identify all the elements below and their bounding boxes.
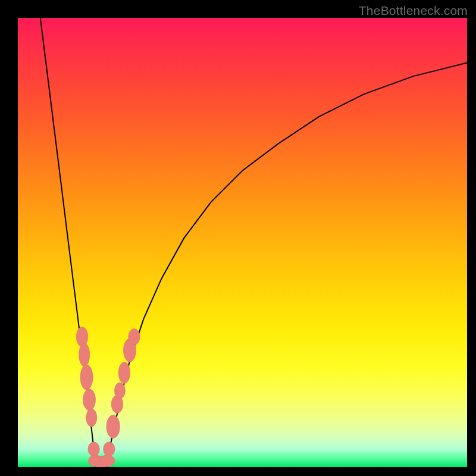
chart-frame: TheBottleneck.com [0, 0, 476, 476]
plot-area [18, 18, 467, 467]
bead-marker [104, 442, 115, 456]
bead-marker [114, 383, 125, 399]
bead-marker [107, 415, 120, 438]
bead-cluster [76, 327, 140, 467]
right-branch-curve [107, 63, 468, 468]
chart-svg [18, 18, 467, 467]
bead-marker [118, 362, 130, 383]
bead-marker [86, 409, 97, 427]
watermark-text: TheBottleneck.com [359, 4, 468, 18]
bead-marker [80, 365, 93, 390]
bead-marker [83, 389, 95, 411]
bead-marker [99, 455, 115, 467]
bead-marker [79, 343, 90, 367]
bead-marker [88, 442, 100, 456]
bead-marker [129, 328, 140, 345]
